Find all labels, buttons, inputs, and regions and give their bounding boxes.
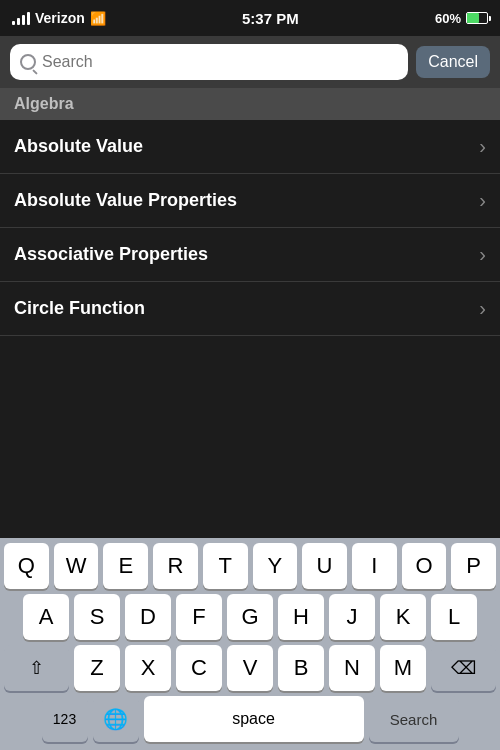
list-item[interactable]: Absolute Value › (0, 120, 500, 174)
key-g[interactable]: G (227, 594, 273, 640)
keyboard-row-3: ⇧ Z X C V B N M ⌫ (0, 640, 500, 691)
signal-bars-icon (12, 11, 30, 25)
list-container: Absolute Value › Absolute Value Properti… (0, 120, 500, 336)
key-h[interactable]: H (278, 594, 324, 640)
delete-icon: ⌫ (451, 657, 476, 679)
battery-percent-label: 60% (435, 11, 461, 26)
space-key[interactable]: space (144, 696, 364, 742)
key-p[interactable]: P (451, 543, 496, 589)
key-w[interactable]: W (54, 543, 99, 589)
battery-fill (467, 13, 479, 23)
list-item[interactable]: Associative Properties › (0, 228, 500, 282)
key-d[interactable]: D (125, 594, 171, 640)
chevron-icon: › (479, 135, 486, 158)
key-v[interactable]: V (227, 645, 273, 691)
key-r[interactable]: R (153, 543, 198, 589)
key-c[interactable]: C (176, 645, 222, 691)
globe-icon: 🌐 (103, 707, 128, 731)
key-s[interactable]: S (74, 594, 120, 640)
key-o[interactable]: O (402, 543, 447, 589)
key-n[interactable]: N (329, 645, 375, 691)
search-input-wrapper[interactable] (10, 44, 408, 80)
wifi-icon: 📶 (90, 11, 106, 26)
shift-icon: ⇧ (29, 657, 44, 679)
list-item[interactable]: Absolute Value Properties › (0, 174, 500, 228)
list-item[interactable]: Circle Function › (0, 282, 500, 336)
key-j[interactable]: J (329, 594, 375, 640)
key-y[interactable]: Y (253, 543, 298, 589)
key-b[interactable]: B (278, 645, 324, 691)
time-label: 5:37 PM (242, 10, 299, 27)
search-bar: Cancel (0, 36, 500, 88)
status-left: Verizon 📶 (12, 10, 106, 26)
keyboard: Q W E R T Y U I O P A S D F G H J K L ⇧ … (0, 538, 500, 750)
chevron-icon: › (479, 189, 486, 212)
battery-icon (466, 12, 488, 24)
list-item-label: Circle Function (14, 298, 145, 319)
keyboard-row-2: A S D F G H J K L (0, 589, 500, 640)
chevron-icon: › (479, 243, 486, 266)
delete-key[interactable]: ⌫ (431, 645, 496, 691)
key-k[interactable]: K (380, 594, 426, 640)
cancel-button[interactable]: Cancel (416, 46, 490, 78)
key-q[interactable]: Q (4, 543, 49, 589)
num-key[interactable]: 123 (42, 696, 88, 742)
status-bar: Verizon 📶 5:37 PM 60% (0, 0, 500, 36)
num-label: 123 (53, 711, 76, 727)
keyboard-row-1: Q W E R T Y U I O P (0, 538, 500, 589)
keyboard-row-4: 123 🌐 space Search (0, 691, 500, 750)
search-key[interactable]: Search (369, 696, 459, 742)
list-item-label: Absolute Value (14, 136, 143, 157)
shift-key[interactable]: ⇧ (4, 645, 69, 691)
space-label: space (232, 710, 275, 728)
key-f[interactable]: F (176, 594, 222, 640)
key-l[interactable]: L (431, 594, 477, 640)
key-u[interactable]: U (302, 543, 347, 589)
key-m[interactable]: M (380, 645, 426, 691)
chevron-icon: › (479, 297, 486, 320)
search-icon (20, 54, 36, 70)
status-right: 60% (435, 11, 488, 26)
key-t[interactable]: T (203, 543, 248, 589)
key-i[interactable]: I (352, 543, 397, 589)
key-x[interactable]: X (125, 645, 171, 691)
key-a[interactable]: A (23, 594, 69, 640)
key-z[interactable]: Z (74, 645, 120, 691)
search-input[interactable] (42, 53, 398, 71)
section-title: Algebra (14, 95, 74, 113)
section-header: Algebra (0, 88, 500, 120)
globe-key[interactable]: 🌐 (93, 696, 139, 742)
list-item-label: Associative Properties (14, 244, 208, 265)
list-item-label: Absolute Value Properties (14, 190, 237, 211)
carrier-label: Verizon (35, 10, 85, 26)
key-e[interactable]: E (103, 543, 148, 589)
search-label: Search (390, 711, 438, 728)
